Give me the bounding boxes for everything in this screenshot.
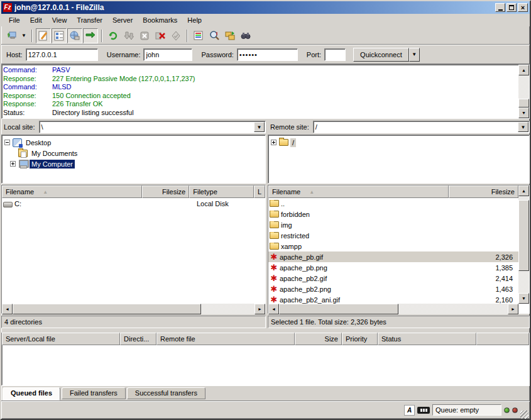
scroll-left-button[interactable]: ◄: [268, 304, 279, 314]
local-column-filetype[interactable]: Filetype: [189, 185, 254, 198]
cancel-operation-button[interactable]: [137, 28, 152, 43]
maximize-button[interactable]: [506, 3, 517, 12]
toggle-local-tree-button[interactable]: [52, 28, 67, 43]
password-input[interactable]: [237, 48, 298, 61]
remote-site-combo[interactable]: / ▼: [313, 121, 530, 133]
local-horizontal-scrollbar[interactable]: ◄ ►: [2, 304, 265, 314]
toggle-transfer-queue-button[interactable]: [83, 28, 98, 43]
file-name: apache_pb.gif: [280, 253, 323, 261]
remote-file-row[interactable]: restricted: [268, 230, 518, 241]
file-size: 1,385: [449, 264, 518, 272]
host-input[interactable]: [26, 48, 98, 61]
arrow-down-icon: ▼: [522, 296, 526, 301]
menu-bookmarks[interactable]: Bookmarks: [138, 15, 182, 25]
menu-file[interactable]: File: [4, 15, 25, 25]
site-manager-button[interactable]: [4, 28, 19, 43]
queue-column-server-local-file[interactable]: Server/Local file: [2, 333, 120, 345]
local-column-last-modified[interactable]: L: [254, 185, 265, 198]
queue-list-body[interactable]: [2, 345, 529, 385]
reconnect-button[interactable]: [168, 28, 183, 43]
scroll-up-button[interactable]: ▲: [518, 65, 529, 75]
filter-button[interactable]: [191, 28, 206, 43]
local-column-filename[interactable]: Filename ▲: [2, 185, 142, 198]
remote-vertical-scrollbar[interactable]: ▲ ▼: [518, 185, 529, 304]
synchronized-browsing-button[interactable]: [222, 28, 238, 43]
resize-grip[interactable]: [520, 411, 528, 419]
scroll-down-button[interactable]: ▼: [518, 293, 529, 304]
close-button[interactable]: ×: [518, 3, 528, 12]
find-files-icon: [240, 30, 251, 41]
scrollbar-thumb[interactable]: [518, 99, 529, 108]
queue-column-direction[interactable]: Directi...: [120, 333, 156, 345]
tab-queued-files[interactable]: Queued files: [3, 387, 60, 401]
toggle-message-log-button[interactable]: [36, 28, 51, 43]
file-size: 2,326: [449, 253, 518, 261]
local-site-combo[interactable]: \ ▼: [39, 121, 266, 133]
image-file-icon: ✱: [270, 253, 278, 261]
remote-column-filename[interactable]: Filename ▲: [268, 185, 449, 198]
menu-transfer[interactable]: Transfer: [72, 15, 107, 25]
folder-icon: [270, 221, 279, 228]
arrow-up-icon: ▲: [522, 68, 526, 72]
username-input[interactable]: [143, 48, 192, 61]
scroll-right-button[interactable]: ►: [255, 304, 265, 314]
quickconnect-dropdown-button[interactable]: ▼: [409, 48, 420, 62]
remote-site-dropdown-button[interactable]: ▼: [518, 122, 528, 132]
local-column-filesize[interactable]: Filesize: [142, 185, 189, 198]
username-label: Username:: [107, 51, 141, 58]
remote-column-filesize[interactable]: Filesize: [449, 185, 518, 198]
remote-file-row[interactable]: ..: [268, 198, 518, 209]
menu-view[interactable]: View: [47, 15, 72, 25]
local-site-dropdown-button[interactable]: ▼: [254, 122, 265, 132]
remote-file-row-selected[interactable]: ✱apache_pb.gif 2,326: [268, 251, 518, 262]
tree-item-my-computer[interactable]: My Computer: [4, 158, 264, 169]
tree-item-desktop[interactable]: Desktop: [4, 137, 264, 148]
remote-file-row[interactable]: ✱apache_pb2_ani.gif 2,160: [268, 294, 518, 304]
expand-expander-icon[interactable]: [10, 161, 16, 167]
queue-column-priority[interactable]: Priority: [342, 333, 378, 345]
remote-file-row[interactable]: ✱apache_pb.png 1,385: [268, 262, 518, 273]
queue-column-size[interactable]: Size: [295, 333, 342, 345]
menu-server[interactable]: Server: [107, 15, 138, 25]
data-type-ascii-icon[interactable]: A: [404, 405, 415, 416]
tab-failed-transfers[interactable]: Failed transfers: [62, 387, 126, 399]
port-input[interactable]: [324, 48, 346, 61]
scroll-right-button[interactable]: ►: [508, 304, 518, 314]
scrollbar-thumb[interactable]: [13, 304, 201, 314]
scrollbar-thumb[interactable]: [279, 304, 398, 314]
toggle-remote-tree-button[interactable]: [67, 28, 82, 43]
scroll-left-button[interactable]: ◄: [2, 304, 13, 314]
queue-column-remote-file[interactable]: Remote file: [156, 333, 295, 345]
log-vertical-scrollbar[interactable]: ▲ ▼: [518, 65, 529, 118]
remote-file-row[interactable]: ✱apache_pb2.gif 2,414: [268, 273, 518, 284]
remote-file-row[interactable]: xampp: [268, 241, 518, 251]
disconnect-button[interactable]: [153, 28, 168, 43]
remote-horizontal-scrollbar[interactable]: ◄ ►: [268, 304, 518, 314]
local-file-row[interactable]: C: Local Disk: [2, 198, 265, 209]
scrollbar-thumb[interactable]: [518, 200, 529, 271]
remote-status-text: Selected 1 file. Total size: 2,326 bytes: [268, 316, 530, 328]
file-name: ..: [281, 200, 285, 207]
tab-successful-transfers[interactable]: Successful transfers: [127, 387, 205, 399]
menu-help[interactable]: Help: [182, 15, 207, 25]
site-manager-dropdown-button[interactable]: ▼: [19, 28, 28, 43]
scroll-down-button[interactable]: ▼: [518, 108, 529, 118]
find-files-button[interactable]: [238, 28, 253, 43]
queue-column-status[interactable]: Status: [378, 333, 476, 345]
directory-comparison-button[interactable]: [207, 28, 222, 43]
refresh-button[interactable]: [106, 28, 121, 43]
expand-expander-icon[interactable]: [271, 140, 276, 145]
scroll-up-button[interactable]: ▲: [518, 185, 529, 196]
menu-edit[interactable]: Edit: [25, 15, 47, 25]
remote-file-row[interactable]: img: [268, 219, 518, 230]
remote-file-row[interactable]: ✱apache_pb2.png 1,463: [268, 284, 518, 294]
encryption-indicator-icon[interactable]: [417, 407, 430, 414]
tree-item-my-documents[interactable]: My Documents: [4, 148, 264, 158]
collapse-expander-icon[interactable]: [4, 140, 10, 145]
remote-file-row[interactable]: forbidden: [268, 209, 518, 219]
quickconnect-button[interactable]: Quickconnect: [353, 48, 409, 62]
process-queue-button[interactable]: [121, 28, 136, 43]
minimize-button[interactable]: [495, 3, 505, 12]
tree-item-root[interactable]: /: [271, 137, 528, 148]
folder-icon: [270, 232, 279, 239]
